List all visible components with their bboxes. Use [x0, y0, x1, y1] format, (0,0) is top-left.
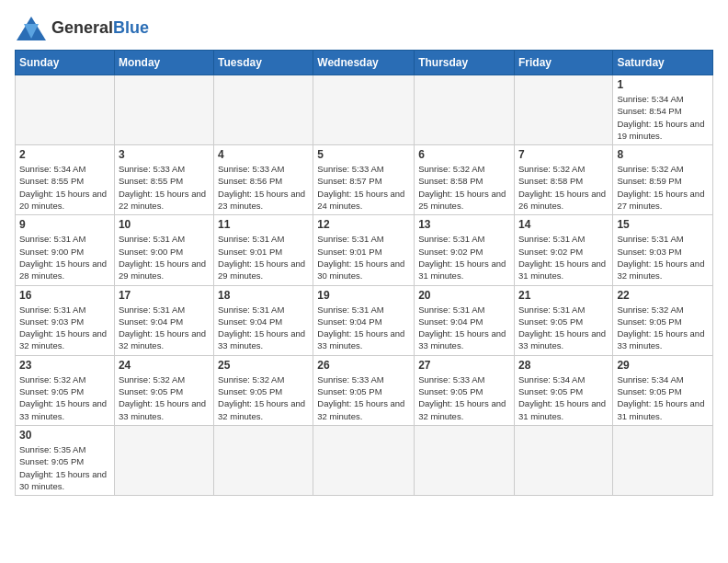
day-number: 13 [418, 218, 510, 231]
day-info: Sunrise: 5:31 AM Sunset: 9:05 PM Dayligh… [518, 304, 609, 352]
calendar-cell: 26Sunrise: 5:33 AM Sunset: 9:05 PM Dayli… [313, 355, 415, 425]
calendar-cell: 14Sunrise: 5:31 AM Sunset: 9:02 PM Dayli… [514, 215, 612, 285]
day-number: 19 [317, 289, 410, 302]
calendar-cell [114, 75, 213, 145]
day-info: Sunrise: 5:31 AM Sunset: 9:04 PM Dayligh… [119, 304, 210, 352]
day-info: Sunrise: 5:32 AM Sunset: 8:58 PM Dayligh… [418, 163, 510, 212]
calendar-week-5: 30Sunrise: 5:35 AM Sunset: 9:05 PM Dayli… [16, 425, 713, 495]
day-number: 25 [218, 359, 309, 372]
calendar-week-1: 2Sunrise: 5:34 AM Sunset: 8:55 PM Daylig… [16, 145, 713, 215]
calendar-cell [214, 425, 313, 495]
calendar-cell [514, 75, 612, 145]
day-info: Sunrise: 5:33 AM Sunset: 9:05 PM Dayligh… [418, 373, 510, 422]
calendar-week-2: 9Sunrise: 5:31 AM Sunset: 9:00 PM Daylig… [16, 215, 713, 285]
header-saturday: Saturday [613, 51, 713, 75]
calendar-cell: 25Sunrise: 5:32 AM Sunset: 9:05 PM Dayli… [214, 355, 313, 425]
calendar-week-3: 16Sunrise: 5:31 AM Sunset: 9:03 PM Dayli… [16, 285, 713, 355]
day-info: Sunrise: 5:34 AM Sunset: 9:05 PM Dayligh… [617, 373, 709, 422]
day-info: Sunrise: 5:33 AM Sunset: 8:57 PM Dayligh… [317, 163, 410, 212]
day-info: Sunrise: 5:32 AM Sunset: 8:58 PM Dayligh… [518, 163, 609, 212]
day-info: Sunrise: 5:34 AM Sunset: 8:55 PM Dayligh… [19, 163, 110, 212]
day-info: Sunrise: 5:31 AM Sunset: 9:03 PM Dayligh… [617, 233, 709, 282]
day-info: Sunrise: 5:32 AM Sunset: 9:05 PM Dayligh… [218, 373, 309, 422]
day-info: Sunrise: 5:32 AM Sunset: 9:05 PM Dayligh… [617, 304, 709, 352]
day-number: 27 [418, 359, 510, 372]
calendar-cell [16, 75, 115, 145]
day-number: 22 [617, 289, 709, 302]
calendar-cell: 16Sunrise: 5:31 AM Sunset: 9:03 PM Dayli… [16, 285, 115, 355]
calendar-week-0: 1Sunrise: 5:34 AM Sunset: 8:54 PM Daylig… [16, 75, 713, 145]
day-info: Sunrise: 5:31 AM Sunset: 9:00 PM Dayligh… [119, 233, 210, 282]
day-number: 20 [418, 289, 510, 302]
day-number: 26 [317, 359, 410, 372]
day-number: 21 [518, 289, 609, 302]
calendar-week-4: 23Sunrise: 5:32 AM Sunset: 9:05 PM Dayli… [16, 355, 713, 425]
calendar-cell [415, 75, 515, 145]
calendar-cell: 24Sunrise: 5:32 AM Sunset: 9:05 PM Dayli… [114, 355, 213, 425]
day-number: 18 [218, 289, 309, 302]
header-tuesday: Tuesday [214, 51, 313, 75]
calendar-cell: 3Sunrise: 5:33 AM Sunset: 8:55 PM Daylig… [114, 145, 213, 215]
calendar-cell: 4Sunrise: 5:33 AM Sunset: 8:56 PM Daylig… [214, 145, 313, 215]
calendar-cell: 19Sunrise: 5:31 AM Sunset: 9:04 PM Dayli… [313, 285, 415, 355]
day-info: Sunrise: 5:34 AM Sunset: 8:54 PM Dayligh… [617, 93, 709, 142]
header: GeneralBlue [15, 15, 713, 42]
day-number: 12 [317, 218, 410, 231]
day-number: 1 [617, 78, 709, 91]
day-number: 29 [617, 359, 709, 372]
day-info: Sunrise: 5:31 AM Sunset: 9:03 PM Dayligh… [19, 304, 110, 352]
day-info: Sunrise: 5:32 AM Sunset: 8:59 PM Dayligh… [617, 163, 709, 212]
day-info: Sunrise: 5:31 AM Sunset: 9:04 PM Dayligh… [317, 304, 410, 352]
day-number: 10 [119, 218, 210, 231]
day-number: 17 [119, 289, 210, 302]
calendar-cell: 22Sunrise: 5:32 AM Sunset: 9:05 PM Dayli… [613, 285, 713, 355]
calendar-cell [613, 425, 713, 495]
calendar-cell: 29Sunrise: 5:34 AM Sunset: 9:05 PM Dayli… [613, 355, 713, 425]
calendar: SundayMondayTuesdayWednesdayThursdayFrid… [15, 50, 713, 496]
calendar-cell: 27Sunrise: 5:33 AM Sunset: 9:05 PM Dayli… [415, 355, 515, 425]
day-info: Sunrise: 5:31 AM Sunset: 9:04 PM Dayligh… [418, 304, 510, 352]
day-number: 7 [518, 148, 609, 161]
day-info: Sunrise: 5:35 AM Sunset: 9:05 PM Dayligh… [19, 443, 110, 492]
day-number: 2 [19, 148, 110, 161]
logo-icon [15, 15, 48, 42]
calendar-cell [415, 425, 515, 495]
calendar-cell: 23Sunrise: 5:32 AM Sunset: 9:05 PM Dayli… [16, 355, 115, 425]
day-number: 11 [218, 218, 309, 231]
calendar-cell: 5Sunrise: 5:33 AM Sunset: 8:57 PM Daylig… [313, 145, 415, 215]
day-info: Sunrise: 5:31 AM Sunset: 9:02 PM Dayligh… [518, 233, 609, 282]
day-info: Sunrise: 5:34 AM Sunset: 9:05 PM Dayligh… [518, 373, 609, 422]
day-number: 28 [518, 359, 609, 372]
calendar-cell: 11Sunrise: 5:31 AM Sunset: 9:01 PM Dayli… [214, 215, 313, 285]
day-number: 15 [617, 218, 709, 231]
calendar-cell [114, 425, 213, 495]
day-number: 16 [19, 289, 110, 302]
calendar-cell: 1Sunrise: 5:34 AM Sunset: 8:54 PM Daylig… [613, 75, 713, 145]
day-number: 24 [119, 359, 210, 372]
calendar-cell [214, 75, 313, 145]
calendar-cell: 13Sunrise: 5:31 AM Sunset: 9:02 PM Dayli… [415, 215, 515, 285]
calendar-cell [514, 425, 612, 495]
calendar-cell: 30Sunrise: 5:35 AM Sunset: 9:05 PM Dayli… [16, 425, 115, 495]
calendar-cell: 28Sunrise: 5:34 AM Sunset: 9:05 PM Dayli… [514, 355, 612, 425]
day-info: Sunrise: 5:33 AM Sunset: 9:05 PM Dayligh… [317, 373, 410, 422]
day-number: 5 [317, 148, 410, 161]
day-number: 23 [19, 359, 110, 372]
day-info: Sunrise: 5:31 AM Sunset: 9:02 PM Dayligh… [418, 233, 510, 282]
header-monday: Monday [114, 51, 213, 75]
header-thursday: Thursday [415, 51, 515, 75]
day-number: 8 [617, 148, 709, 161]
day-info: Sunrise: 5:31 AM Sunset: 9:01 PM Dayligh… [317, 233, 410, 282]
day-info: Sunrise: 5:31 AM Sunset: 9:00 PM Dayligh… [19, 233, 110, 282]
day-number: 30 [19, 429, 110, 442]
calendar-cell: 6Sunrise: 5:32 AM Sunset: 8:58 PM Daylig… [415, 145, 515, 215]
calendar-cell: 18Sunrise: 5:31 AM Sunset: 9:04 PM Dayli… [214, 285, 313, 355]
day-info: Sunrise: 5:32 AM Sunset: 9:05 PM Dayligh… [19, 373, 110, 422]
day-info: Sunrise: 5:33 AM Sunset: 8:56 PM Dayligh… [218, 163, 309, 212]
header-wednesday: Wednesday [313, 51, 415, 75]
calendar-cell: 21Sunrise: 5:31 AM Sunset: 9:05 PM Dayli… [514, 285, 612, 355]
calendar-cell: 20Sunrise: 5:31 AM Sunset: 9:04 PM Dayli… [415, 285, 515, 355]
calendar-cell: 8Sunrise: 5:32 AM Sunset: 8:59 PM Daylig… [613, 145, 713, 215]
calendar-cell [313, 425, 415, 495]
header-sunday: Sunday [16, 51, 115, 75]
